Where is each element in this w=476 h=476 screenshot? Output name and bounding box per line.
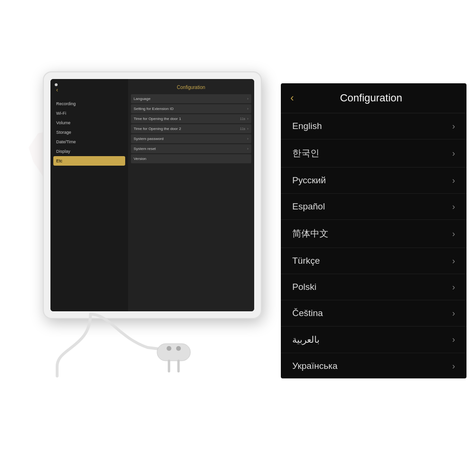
power-cable-area <box>52 309 205 386</box>
sidebar-item-volume[interactable]: Volume <box>53 118 125 128</box>
chevron-right-icon: › <box>247 117 248 121</box>
chevron-right-icon: › <box>452 149 455 159</box>
panel-title: Configuration <box>299 92 443 104</box>
menu-item-value: 11s <box>240 127 245 130</box>
language-name: 简体中文 <box>292 228 328 240</box>
svg-point-3 <box>167 346 171 351</box>
menu-item-system--password[interactable]: System password› <box>131 134 251 143</box>
chevron-right-icon: › <box>452 308 455 318</box>
chevron-right-icon: › <box>452 335 455 345</box>
chevron-right-icon: › <box>452 202 455 212</box>
language-name: Türkçe <box>292 256 320 266</box>
screen-sidebar: ‹ RecordingWi-FiVolumeStorageDate/TimeDi… <box>50 79 128 311</box>
chevron-right-icon: › <box>452 256 455 266</box>
menu-item-label: System password <box>134 137 164 141</box>
sidebar-item-etc[interactable]: Etc <box>53 156 125 166</box>
screen-back-arrow: ‹ <box>53 84 125 96</box>
chevron-right-icon: › <box>452 361 455 371</box>
language-item-русский[interactable]: Русский› <box>281 168 466 194</box>
language-item-english[interactable]: English› <box>281 113 466 139</box>
back-button[interactable]: ‹ <box>290 93 294 103</box>
sidebar-item-wi-fi[interactable]: Wi-Fi <box>53 109 125 118</box>
menu-item-label: Version <box>134 157 147 161</box>
chevron-right-icon: › <box>247 107 248 111</box>
language-item-polski[interactable]: Polski› <box>281 274 466 300</box>
chevron-right-icon: › <box>452 229 455 239</box>
menu-item-label: Time for Opening the door 2 <box>134 127 181 131</box>
sidebar-item-recording[interactable]: Recording <box>53 99 125 109</box>
menu-item-time-for-opening-the-door-1[interactable]: Time for Opening the door 111s› <box>131 114 251 123</box>
language-name: Русский <box>292 175 326 186</box>
language-item-čeština[interactable]: Čeština› <box>281 300 466 327</box>
language-item-türkçe[interactable]: Türkçe› <box>281 248 466 274</box>
language-item-español[interactable]: Español› <box>281 194 466 220</box>
language-item-بالعربية[interactable]: بالعربية› <box>281 327 466 353</box>
screen-content: Configuration Language›Setting for Exten… <box>128 79 254 311</box>
menu-item-setting-for-extension-id[interactable]: Setting for Extension ID› <box>131 104 251 113</box>
sidebar-item-date-time[interactable]: Date/Time <box>53 137 125 147</box>
svg-point-4 <box>176 346 181 351</box>
menu-item-language[interactable]: Language› <box>131 94 251 103</box>
svg-rect-0 <box>157 344 190 361</box>
language-item-简体中文[interactable]: 简体中文› <box>281 220 466 248</box>
chevron-right-icon: › <box>452 282 455 292</box>
menu-item-system-reset[interactable]: System reset› <box>131 144 251 153</box>
device-section: ‹ RecordingWi-FiVolumeStorageDate/TimeDi… <box>14 71 281 395</box>
language-name: Español <box>292 201 325 212</box>
language-name: Українська <box>292 361 337 371</box>
language-name: 한국인 <box>292 147 319 159</box>
language-name: بالعربية <box>292 334 319 345</box>
chevron-right-icon: › <box>452 176 455 186</box>
chevron-right-icon: › <box>247 127 248 131</box>
language-name: Čeština <box>292 308 323 318</box>
language-item-українська[interactable]: Українська› <box>281 353 466 378</box>
chevron-right-icon: › <box>247 97 248 101</box>
chevron-right-icon: › <box>452 121 455 131</box>
language-panel: ‹ Configuration English›한국인›Русский›Espa… <box>281 83 466 378</box>
language-item-한국인[interactable]: 한국인› <box>281 139 466 168</box>
language-panel-header: ‹ Configuration <box>281 83 466 113</box>
chevron-right-icon: › <box>247 137 248 141</box>
menu-item-label: System reset <box>134 147 156 151</box>
language-name: English <box>292 121 322 131</box>
language-name: Polski <box>292 282 317 292</box>
menu-item-label: Setting for Extension ID <box>134 107 174 111</box>
chevron-right-icon: › <box>247 147 248 151</box>
tablet-screen: ‹ RecordingWi-FiVolumeStorageDate/TimeDi… <box>50 79 254 311</box>
tablet-device: ‹ RecordingWi-FiVolumeStorageDate/TimeDi… <box>43 71 262 319</box>
language-list: English›한국인›Русский›Español›简体中文›Türkçe›… <box>281 113 466 378</box>
menu-item-label: Time for Opening the door 1 <box>134 117 181 121</box>
menu-item-value: 11s <box>240 117 245 120</box>
sidebar-item-display[interactable]: Display <box>53 147 125 156</box>
screen-config-title: Configuration <box>131 83 251 92</box>
menu-item-time-for-opening-the-door-2[interactable]: Time for Opening the door 211s› <box>131 124 251 133</box>
menu-item-label: Language <box>134 97 151 101</box>
menu-item-version[interactable]: Version <box>131 154 251 163</box>
sidebar-item-storage[interactable]: Storage <box>53 128 125 137</box>
